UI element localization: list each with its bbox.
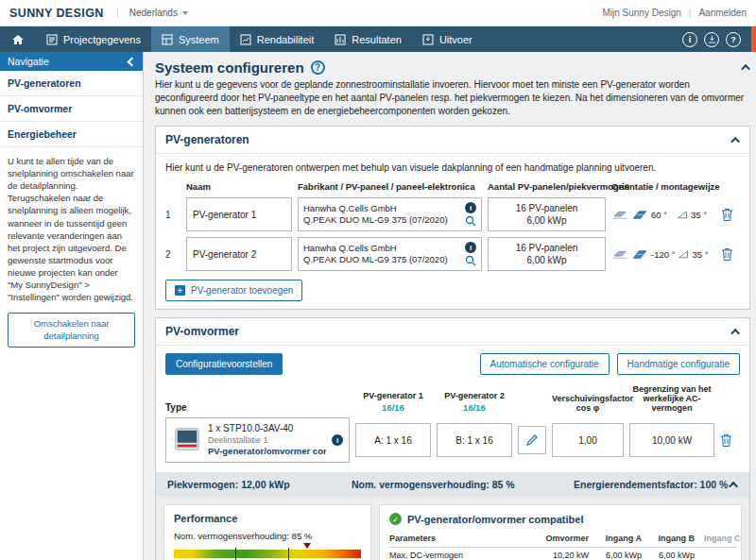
pv-inverter-title: PV-omvormer bbox=[165, 325, 239, 338]
manufacturer-name: Hanwha Q.Cells GmbH bbox=[303, 203, 460, 214]
tab-resultaten[interactable]: Resultaten bbox=[324, 26, 412, 52]
gen1-config-count[interactable]: 16/16 bbox=[355, 402, 431, 413]
tilt-angle-icon bbox=[677, 209, 688, 220]
input-c-value bbox=[695, 548, 737, 560]
panel-info-icon[interactable]: i bbox=[465, 242, 476, 253]
panel-search-icon[interactable] bbox=[465, 215, 476, 227]
panel-select-box[interactable]: Hanwha Q.Cells GmbH Q.PEAK DUO ML-G9 375… bbox=[298, 237, 482, 271]
tilt-value[interactable]: 35 ° bbox=[692, 249, 714, 260]
navbar-icon-group: i ? bbox=[682, 26, 756, 52]
brand-logo: SUNNY DESIGN bbox=[9, 7, 104, 20]
panel-count-box[interactable]: 16 PV-panelen 6,00 kWp bbox=[488, 237, 606, 271]
profitability-icon bbox=[240, 34, 251, 45]
panel-count-box[interactable]: 16 PV-panelen 6,00 kWp bbox=[488, 197, 606, 231]
generator-name-input[interactable] bbox=[186, 197, 292, 231]
home-button[interactable] bbox=[0, 26, 36, 52]
inverter-info: 1 x STP10.0-3AV-40 Deelinstallatie 1 PV-… bbox=[208, 423, 326, 457]
tab-uitvoer[interactable]: Uitvoer bbox=[412, 26, 483, 52]
pv-generators-card-header: PV-generatoren bbox=[156, 127, 749, 154]
generator-name-input[interactable] bbox=[186, 237, 292, 271]
header-gen1: PV-generator 1 16/16 bbox=[355, 391, 431, 413]
sidebar-item-pv-omvormer[interactable]: PV-omvormer bbox=[0, 96, 143, 122]
account-link[interactable]: Mijn Sunny Design bbox=[602, 8, 680, 18]
ratio-bar bbox=[174, 550, 361, 558]
delete-inverter-icon[interactable] bbox=[720, 433, 737, 448]
header-ingang-a: Ingang A bbox=[589, 532, 642, 548]
panel-search-icon[interactable] bbox=[465, 255, 476, 266]
flat-mount-icon[interactable] bbox=[611, 208, 628, 222]
azimuth-value[interactable]: 60 ° bbox=[651, 210, 674, 220]
pv-inverter-card-header: PV-omvormer bbox=[156, 318, 749, 346]
compatibility-header: ✓ PV-generator/omvormer compatibel bbox=[389, 513, 731, 525]
top-bar-right: Mijn Sunny Design | Aanmelden bbox=[602, 8, 747, 18]
delete-generator-icon[interactable] bbox=[721, 247, 740, 262]
results-icon bbox=[335, 34, 346, 45]
inverter-subinstallation: Deelinstallatie 1 bbox=[208, 435, 326, 446]
download-icon[interactable] bbox=[704, 32, 719, 47]
help-icon[interactable]: ? bbox=[726, 32, 741, 47]
delete-generator-icon[interactable] bbox=[721, 208, 740, 222]
tilt-mount-icon[interactable] bbox=[631, 247, 648, 262]
switch-detail-planning-button[interactable]: Omschakelen naar detailplanning bbox=[8, 313, 135, 348]
main-panel: Systeem configureren ? Hier kunt u de ge… bbox=[144, 52, 756, 560]
separator: | bbox=[689, 8, 692, 18]
inverter-value: 10,20 kW bbox=[536, 548, 589, 560]
header-ingang-b: Ingang B bbox=[642, 532, 695, 548]
collapse-sidebar-icon[interactable] bbox=[128, 57, 137, 66]
summary-chevron-wrap bbox=[731, 479, 738, 490]
header-parameters: Parameters bbox=[389, 532, 536, 548]
login-link[interactable]: Aanmelden bbox=[698, 8, 747, 18]
collapse-generators-icon[interactable] bbox=[730, 136, 740, 145]
tab-rendabiliteit[interactable]: Rendabiliteit bbox=[230, 26, 325, 52]
ratio-tick bbox=[288, 548, 289, 560]
inverter-buttons-row: Configuratievoorstellen Automatische con… bbox=[165, 353, 740, 375]
feedback-tab[interactable] bbox=[751, 26, 756, 52]
collapse-inverter-icon[interactable] bbox=[730, 328, 740, 337]
generator-table-headers: Naam Fabrikant / PV-paneel / paneel-elek… bbox=[165, 181, 740, 192]
input-a-box[interactable]: A: 1 x 16 bbox=[355, 423, 431, 457]
inverter-model: 1 x STP10.0-3AV-40 bbox=[208, 423, 326, 435]
page-title: Systeem configureren bbox=[155, 59, 304, 76]
auto-config-button[interactable]: Automatische configuratie bbox=[480, 353, 610, 375]
header-naam: Naam bbox=[186, 181, 292, 192]
input-b-value: 6,00 kWp bbox=[642, 548, 695, 560]
collapse-page-icon[interactable] bbox=[741, 64, 750, 74]
config-proposals-button[interactable]: Configuratievoorstellen bbox=[165, 353, 283, 375]
inverter-type-box[interactable]: 1 x STP10.0-3AV-40 Deelinstallatie 1 PV-… bbox=[165, 417, 350, 463]
row-index: 1 bbox=[165, 210, 180, 220]
add-generator-label: PV-generator toevoegen bbox=[191, 285, 293, 296]
sidebar-item-pv-generatoren[interactable]: PV-generatoren bbox=[0, 71, 143, 96]
gen2-config-count[interactable]: 16/16 bbox=[437, 402, 512, 413]
panel-info-icon[interactable]: i bbox=[465, 202, 476, 213]
tilt-mount-icon[interactable] bbox=[631, 208, 648, 222]
input-b-box[interactable]: B: 1 x 16 bbox=[437, 423, 512, 457]
tab-label: Resultaten bbox=[352, 34, 402, 45]
system-icon bbox=[162, 34, 173, 45]
sidebar-item-energiebeheer[interactable]: Energiebeheer bbox=[0, 122, 143, 147]
collapse-summary-icon[interactable] bbox=[729, 482, 738, 491]
azimuth-value[interactable]: -120 ° bbox=[651, 249, 675, 260]
tab-projectgegevens[interactable]: Projectgegevens bbox=[36, 26, 151, 52]
inverter-compat-status: PV-generator/omvormer compatibel bbox=[208, 446, 326, 457]
add-generator-button[interactable]: + PV-generator toevoegen bbox=[165, 280, 302, 301]
navigation-sidebar: Navigatie PV-generatoren PV-omvormer Ene… bbox=[0, 52, 144, 560]
tilt-value[interactable]: 35 ° bbox=[691, 210, 713, 220]
performance-panel: Performance Nom. vermogensverhouding: 85… bbox=[163, 504, 371, 560]
language-selector[interactable]: Nederlands bbox=[117, 8, 188, 18]
pv-inverter-card: PV-omvormer Configuratievoorstellen Auto… bbox=[155, 317, 750, 560]
tab-label: Rendabiliteit bbox=[257, 34, 315, 45]
panel-select-box[interactable]: Hanwha Q.Cells GmbH Q.PEAK DUO ML-G9 375… bbox=[298, 197, 482, 231]
ratio-tick bbox=[235, 548, 236, 560]
manual-config-button[interactable]: Handmatige configuratie bbox=[617, 353, 740, 375]
edit-config-button[interactable] bbox=[518, 426, 546, 454]
panel-count: 16 PV-panelen bbox=[516, 202, 578, 214]
ac-limit-box[interactable]: 10,00 kW bbox=[629, 423, 714, 457]
tab-systeem[interactable]: Systeem bbox=[151, 26, 230, 52]
inverter-info-icon[interactable]: i bbox=[332, 434, 343, 446]
flat-mount-icon[interactable] bbox=[611, 247, 628, 262]
page-help-icon[interactable]: ? bbox=[311, 60, 325, 75]
orientation-cell: 60 ° 35 ° bbox=[611, 208, 715, 222]
cos-phi-box[interactable]: 1,00 bbox=[552, 423, 624, 457]
summary-power-ratio: Nom. vermogensverhouding: 85 % bbox=[352, 479, 574, 490]
info-icon[interactable]: i bbox=[682, 32, 697, 47]
